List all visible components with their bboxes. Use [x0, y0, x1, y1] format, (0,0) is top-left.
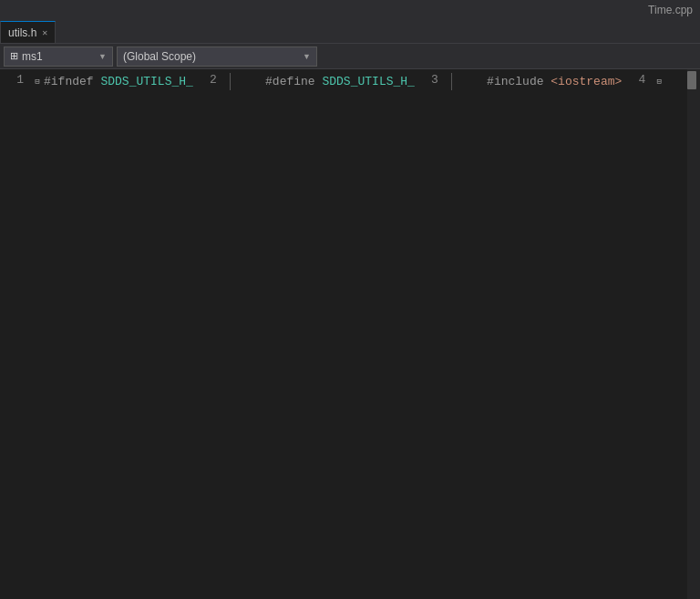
code-line-3: #include <iostream> — [458, 73, 622, 90]
tab-label: utils.h — [8, 26, 36, 39]
fold-line-3 — [446, 73, 458, 90]
ms1-dropdown[interactable]: ⊞ ms1 ▼ — [4, 46, 113, 67]
tab-utils-h[interactable]: utils.h ✕ — [0, 21, 56, 43]
title-bar-text: Time.cpp — [648, 4, 693, 16]
global-scope-dropdown[interactable]: (Global Scope) ▼ — [117, 46, 317, 67]
scope-chevron: ▼ — [303, 52, 311, 61]
line-num-2: 2 — [193, 73, 224, 90]
ms1-label: ms1 — [22, 50, 43, 63]
line-num-3: 3 — [415, 73, 446, 90]
scope-label: (Global Scope) — [123, 50, 196, 63]
fold-icon-4[interactable]: ⊟ — [653, 73, 665, 90]
toolbar: ⊞ ms1 ▼ (Global Scope) ▼ — [0, 44, 700, 69]
code-line-2: #define SDDS_UTILS_H_ — [237, 73, 415, 90]
ms1-chevron: ▼ — [98, 52, 107, 61]
tab-close-icon[interactable]: ✕ — [42, 27, 47, 38]
fold-icon-1[interactable]: ⊟ — [31, 73, 44, 90]
tab-bar: utils.h ✕ — [0, 20, 700, 44]
editor-area: 1 ⊟ #ifndef SDDS_UTILS_H_ 2 #define SDDS… — [0, 69, 700, 599]
line-num-1: 1 — [0, 73, 31, 90]
table-row: 2 #define SDDS_UTILS_H_ — [193, 73, 415, 90]
line-num-4: 4 — [622, 73, 653, 90]
code-line-1: #ifndef SDDS_UTILS_H_ — [44, 73, 193, 90]
title-bar: Time.cpp — [0, 0, 700, 20]
fold-line-2 — [224, 73, 237, 90]
vertical-scrollbar[interactable] — [687, 69, 700, 599]
table-row: 1 ⊟ #ifndef SDDS_UTILS_H_ — [0, 73, 193, 90]
code-container: 1 ⊟ #ifndef SDDS_UTILS_H_ 2 #define SDDS… — [0, 69, 700, 599]
scrollbar-thumb[interactable] — [687, 71, 696, 89]
ms1-icon: ⊞ — [10, 50, 18, 62]
table-row: 3 #include <iostream> — [415, 73, 622, 90]
